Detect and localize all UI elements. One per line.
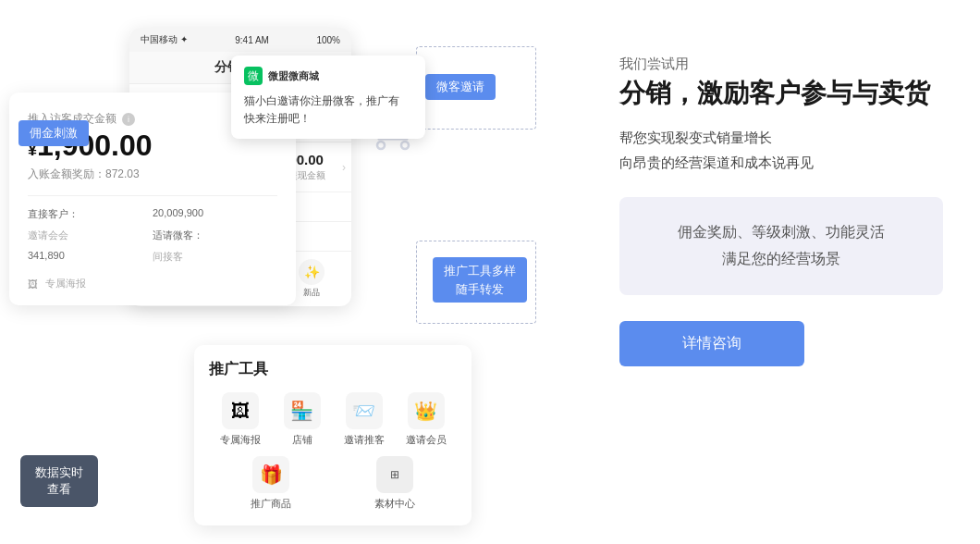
haibao-icon: 🖼 [28,278,38,290]
tool-item-1[interactable]: 🏪 店铺 [271,392,333,447]
badge-invite: 微客邀请 [425,74,496,100]
mini-icon-new: ✨ 新品 [299,259,325,299]
tool-icon-1: 🏪 [284,392,321,429]
svg-point-0 [377,142,385,149]
tool-label-5: 素材中心 [374,497,415,511]
info-icon: i [122,113,135,126]
stats-grid: 直接客户： 20,009,900 邀请会会 适请微客： 341,890 间接客 [28,195,277,266]
svg-point-1 [401,142,409,149]
tool-icon-0: 🖼 [222,392,259,429]
wechat-popup: 微 微盟微商城 猫小白邀请你注册微客，推广有 快来注册吧！ [231,56,425,139]
phone-status-bar: 中国移动 ✦ 9:41 AM 100% [129,28,351,52]
tool-label-4: 推广商品 [251,497,291,511]
indirect-label2: 间接客 [153,248,277,266]
right-desc: 帮您实现裂变式销量增长 向昂贵的经营渠道和成本说再见 [619,125,943,175]
data-realtime-button[interactable]: 数据实时查看 [20,455,98,507]
right-title: 分销，激励客户参与与卖货 [619,77,943,110]
wechat-popup-text: 猫小白邀请你注册微客，推广有 快来注册吧！ [244,93,412,128]
tool-label-2: 邀请推客 [344,433,385,447]
tool-label-0: 专属海报 [220,433,261,447]
haibao-label: 专属海报 [45,277,86,291]
tool-item-5[interactable]: ⊞ 素材中心 [333,456,457,511]
wechat-popup-header: 微 微盟微商城 [244,67,412,85]
battery: 100% [316,35,340,45]
stats-chevron-icon: › [337,152,351,182]
reward-amount: 872.03 [105,167,140,180]
tool-icon-5: ⊞ [376,456,413,493]
direct-client-value: 20,009,900 [153,205,277,223]
time: 9:41 AM [235,35,269,45]
promo-tools-grid-2: 🎁 推广商品 ⊞ 素材中心 [209,456,457,511]
wechat-store-name: 微盟微商城 [268,69,319,83]
consult-button[interactable]: 详情咨询 [619,321,804,366]
badge-commission: 佣金刺激 [18,120,89,146]
badge-tools: 推广工具多样随手转发 [433,257,527,303]
feature-line1: 佣金奖励、等级刺激、功能灵活 [638,219,925,246]
tool-item-0[interactable]: 🖼 专属海报 [209,392,271,447]
tool-label-1: 店铺 [292,433,312,447]
tool-icon-4: 🎁 [252,456,289,493]
indirect-value: 341,890 [28,248,153,266]
right-desc-line1: 帮您实现裂变式销量增长 [619,125,943,150]
left-section: 佣金刺激 微客邀请 推广工具多样随手转发 中国移动 ✦ 9:41 AM 100%… [0,0,601,544]
tool-label-3: 邀请会员 [406,433,447,447]
promo-tools-card: 推广工具 🖼 专属海报 🏪 店铺 📨 邀请推客 👑 邀请会员 [194,345,472,525]
indirect-label: 适请微客： [153,227,277,244]
tool-icon-2: 📨 [346,392,383,429]
promo-card-title: 推广工具 [209,360,457,379]
haibao-row: 🖼 专属海报 [28,277,277,291]
wechat-icon: 微 [244,67,263,85]
new-icon: ✨ [299,259,325,285]
tool-item-3[interactable]: 👑 邀请会员 [395,392,457,447]
reward-label: 入账金额奖励： [28,167,105,180]
promo-tools-grid: 🖼 专属海报 🏪 店铺 📨 邀请推客 👑 邀请会员 [209,392,457,447]
invite-label: 邀请会会 [28,227,153,244]
right-subtitle: 我们尝试用 [619,56,943,73]
feature-box: 佣金奖励、等级刺激、功能灵活 满足您的经营场景 [619,197,943,295]
tool-icon-3: 👑 [408,392,445,429]
page-wrapper: 佣金刺激 微客邀请 推广工具多样随手转发 中国移动 ✦ 9:41 AM 100%… [0,0,980,544]
reward-text: 入账金额奖励：872.03 [28,167,277,182]
right-desc-line2: 向昂贵的经营渠道和成本说再见 [619,150,943,175]
tool-item-2[interactable]: 📨 邀请推客 [333,392,395,447]
mini-icon-label-2: 新品 [303,287,320,299]
tool-item-4[interactable]: 🎁 推广商品 [209,456,333,511]
carrier: 中国移动 ✦ [141,33,188,46]
feature-line2: 满足您的经营场景 [638,246,925,273]
direct-client-label: 直接客户： [28,205,153,223]
right-section: 我们尝试用 分销，激励客户参与与卖货 帮您实现裂变式销量增长 向昂贵的经营渠道和… [601,0,980,544]
